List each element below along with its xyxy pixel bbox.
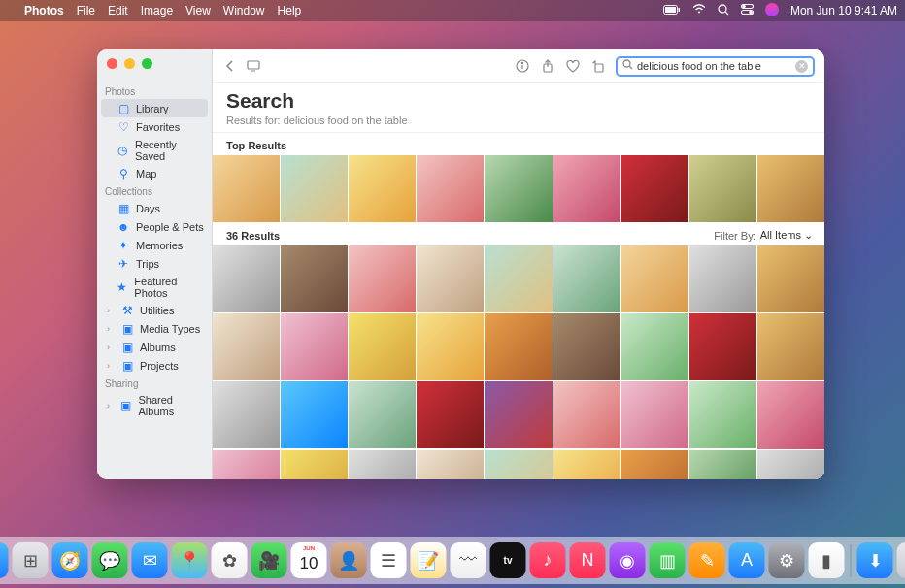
search-field[interactable]: ✕ [616,56,815,77]
sidebar-item-media-types[interactable]: ›▣Media Types [97,319,212,338]
dock-contacts[interactable]: 👤 [331,542,367,578]
dock-trash[interactable]: 🗑 [897,542,906,578]
dock-messages[interactable]: 💬 [92,542,128,578]
photo-thumbnail[interactable] [689,381,756,448]
sidebar-item-favorites[interactable]: ♡Favorites [97,117,212,136]
display-button[interactable] [246,58,261,74]
photo-thumbnail[interactable] [349,155,416,222]
menu-image[interactable]: Image [141,4,173,17]
dock-iphone[interactable]: ▮ [809,542,845,578]
photo-thumbnail[interactable] [281,155,348,222]
photo-thumbnail[interactable] [213,245,280,312]
photo-thumbnail[interactable] [621,381,688,448]
photo-thumbnail[interactable] [757,245,824,312]
photo-thumbnail[interactable] [417,450,484,480]
photo-thumbnail[interactable] [553,450,620,480]
photo-thumbnail[interactable] [485,313,552,380]
photo-thumbnail[interactable] [213,381,280,448]
photo-thumbnail[interactable] [485,381,552,448]
photo-thumbnail[interactable] [553,245,620,312]
dock-appstore[interactable]: A [729,542,765,578]
dock-settings[interactable]: ⚙︎ [769,542,805,578]
menu-help[interactable]: Help [278,4,302,17]
dock-finder[interactable]: 🙂 [0,542,9,578]
photo-thumbnail[interactable] [621,450,688,480]
photo-thumbnail[interactable] [281,381,348,448]
photo-thumbnail[interactable] [621,313,688,380]
app-menu[interactable]: Photos [24,4,64,17]
sidebar-item-featured-photos[interactable]: ★Featured Photos [97,273,212,301]
dock-maps[interactable]: 📍 [172,542,208,578]
sidebar-item-trips[interactable]: ✈︎Trips [97,254,212,273]
share-button[interactable] [540,58,555,74]
clock[interactable]: Mon Jun 10 9:41 AM [790,4,897,17]
photo-thumbnail[interactable] [213,155,280,222]
photo-thumbnail[interactable] [689,155,756,222]
sidebar-item-recently-saved[interactable]: ◷Recently Saved [97,136,212,164]
dock-music[interactable]: ♪ [530,542,566,578]
sidebar-item-projects[interactable]: ›▣Projects [97,356,212,375]
photo-thumbnail[interactable] [281,313,348,380]
photo-thumbnail[interactable] [757,450,824,480]
filter-dropdown[interactable]: All Items ⌄ [760,229,813,242]
photo-thumbnail[interactable] [349,245,416,312]
photo-thumbnail[interactable] [689,450,756,480]
photo-thumbnail[interactable] [553,313,620,380]
photo-thumbnail[interactable] [349,381,416,448]
photo-thumbnail[interactable] [485,245,552,312]
photo-thumbnail[interactable] [757,381,824,448]
dock-numbers[interactable]: ▥ [650,542,686,578]
rotate-button[interactable] [590,58,606,74]
dock-notes[interactable]: 📝 [411,542,447,578]
dock-safari[interactable]: 🧭 [52,542,88,578]
photo-thumbnail[interactable] [485,155,552,222]
photo-thumbnail[interactable] [281,450,348,480]
dock-photos[interactable]: ✿ [212,542,248,578]
close-button[interactable] [107,58,117,69]
sidebar-item-memories[interactable]: ✦Memories [97,236,212,254]
photo-thumbnail[interactable] [349,450,416,480]
sidebar-item-shared-albums[interactable]: ›▣Shared Albums [97,391,212,419]
photo-thumbnail[interactable] [213,450,280,480]
sidebar-item-map[interactable]: ⚲Map [97,164,212,182]
minimize-button[interactable] [124,58,135,69]
favorite-button[interactable] [565,58,581,74]
spotlight-icon[interactable] [718,4,729,18]
dock-calendar[interactable]: JUN10 [291,542,327,578]
control-center-icon[interactable] [741,4,754,17]
sidebar-item-albums[interactable]: ›▣Albums [97,338,212,356]
sidebar-item-days[interactable]: ▦Days [97,199,212,217]
photo-thumbnail[interactable] [417,381,484,448]
photo-thumbnail[interactable] [553,155,620,222]
clear-search-button[interactable]: ✕ [795,60,808,73]
sidebar-item-utilities[interactable]: ›⚒Utilities [97,301,212,319]
info-button[interactable] [515,58,530,74]
photo-thumbnail[interactable] [417,313,484,380]
dock-news[interactable]: N [570,542,606,578]
battery-icon[interactable] [663,4,681,17]
photo-thumbnail[interactable] [485,450,552,480]
menu-edit[interactable]: Edit [108,4,128,17]
wifi-icon[interactable] [692,4,706,17]
photo-thumbnail[interactable] [621,245,688,312]
photo-thumbnail[interactable] [689,313,756,380]
dock-launchpad[interactable]: ⊞ [13,542,49,578]
dock-mail[interactable]: ✉︎ [132,542,168,578]
maximize-button[interactable] [142,58,152,69]
photo-thumbnail[interactable] [757,313,824,380]
dock-podcasts[interactable]: ◉ [610,542,646,578]
dock-reminders[interactable]: ☰ [371,542,407,578]
dock-downloads[interactable]: ⬇︎ [857,542,893,578]
photo-thumbnail[interactable] [689,245,756,312]
search-input[interactable] [637,60,791,72]
back-button[interactable] [222,58,238,74]
photo-thumbnail[interactable] [553,381,620,448]
photo-thumbnail[interactable] [757,155,824,222]
photo-thumbnail[interactable] [621,155,688,222]
dock-pages[interactable]: ✎ [689,542,725,578]
menu-view[interactable]: View [185,4,211,17]
menu-window[interactable]: Window [223,4,265,17]
dock-tv[interactable]: tv [490,542,526,578]
sidebar-item-library[interactable]: ▢Library [101,99,208,117]
photo-thumbnail[interactable] [349,313,416,380]
